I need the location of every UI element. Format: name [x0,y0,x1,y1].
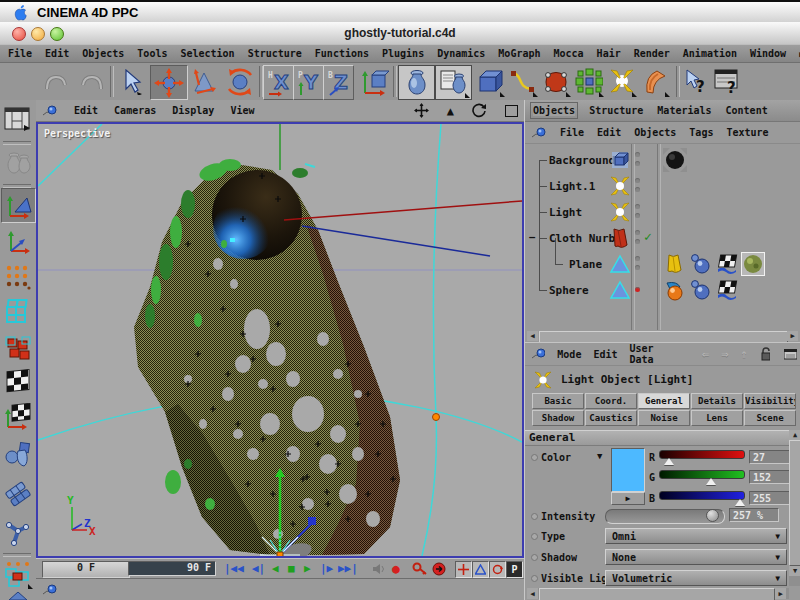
am-menu-edit[interactable]: Edit [593,349,617,360]
undo-button[interactable] [40,65,74,98]
object-axis-mode-button[interactable] [1,226,34,259]
pan-view-icon[interactable] [414,103,429,118]
ring-handle-point[interactable] [433,414,440,421]
color-expand-button[interactable]: ▶ [611,492,645,505]
rotate-tool-button[interactable] [222,65,258,98]
next-frame-button[interactable]: |▶ [320,560,333,577]
points-mode-button[interactable] [1,260,34,293]
menu-edit[interactable]: Edit [45,48,69,59]
enable-dot[interactable] [635,239,640,244]
attribute-pin-icon[interactable] [531,348,545,360]
record-position-button[interactable] [455,561,472,578]
channel-g-slider[interactable] [659,470,745,486]
anim-dot[interactable] [531,454,538,461]
zoom-view-icon[interactable]: ▲ [447,104,454,118]
enable-dot[interactable] [635,204,640,209]
move-tool-button[interactable] [150,65,188,100]
add-spline-button[interactable] [507,65,539,98]
menu-render[interactable]: Render [634,48,670,59]
window-titlebar[interactable]: ghostly-tutorial.c4d [0,22,800,45]
model-mode-button[interactable] [1,188,36,223]
make-editable-button[interactable] [1,145,34,178]
add-primitive-button[interactable] [474,65,506,98]
texture-tag-selected[interactable] [741,252,765,276]
om-menu-texture[interactable]: Texture [726,127,768,138]
channel-b-slider[interactable] [659,491,745,507]
polygon-object-icon[interactable] [609,253,631,275]
add-array-button[interactable] [573,65,605,98]
redo-button[interactable] [74,65,108,98]
scroll-right-button[interactable]: ▶ [775,588,786,599]
add-light-button[interactable] [606,65,638,98]
background-object-icon[interactable] [609,149,631,171]
tab-caustics[interactable]: Caustics [585,410,637,426]
toggle-view-icon[interactable] [505,105,518,117]
anim-dot[interactable] [531,533,538,540]
enable-dot[interactable] [635,152,640,157]
type-dropdown[interactable]: Omni▼ [605,528,787,544]
channel-r-slider[interactable] [659,450,745,466]
scroll-left-button[interactable]: ◀ [527,331,538,341]
panel-icon[interactable] [784,349,797,360]
om-menu-edit[interactable]: Edit [597,127,621,138]
rotate-view-icon[interactable] [472,103,487,118]
disabled-dot[interactable] [635,287,640,292]
enable-dot[interactable] [635,265,640,270]
object-row-cloth-nurbs[interactable]: − Cloth Nurbs ✓ [525,226,800,250]
tab-shadow[interactable]: Shadow [532,410,584,426]
channel-r-value[interactable]: 27 [749,450,793,464]
record-rotation-button[interactable] [489,561,506,578]
scroll-left-button[interactable]: ◀ [527,588,538,599]
play-forward-button[interactable]: ▶ [304,560,311,577]
phong-tag[interactable] [689,253,711,275]
layout-button[interactable] [1,103,34,136]
tab-coord[interactable]: Coord. [585,393,637,409]
viewport-menu-display[interactable]: Display [172,105,214,116]
object-name[interactable]: Plane [569,258,602,271]
autokey-icon[interactable] [432,562,447,576]
coordinate-system-button[interactable] [356,65,391,98]
menu-mocca[interactable]: Mocca [554,48,584,59]
anim-dot[interactable] [531,575,538,582]
history-forward-icon[interactable]: ⇒ [721,347,728,361]
viewport-menu-edit[interactable]: Edit [74,105,98,116]
go-to-end-button[interactable]: ▶▶| [338,560,358,577]
texture-tag[interactable] [663,148,687,172]
light-object-icon[interactable] [609,201,631,223]
render-view-button[interactable] [398,65,435,100]
tab-lens[interactable]: Lens [691,410,743,426]
om-menu-file[interactable]: File [560,127,584,138]
bones-tool-button[interactable] [1,517,34,550]
apple-menu-icon[interactable] [12,4,27,21]
compositing-tag[interactable] [715,253,739,275]
render-picture-viewer-button[interactable] [435,65,472,100]
channel-b-value[interactable]: 255 [749,491,793,505]
polygon-object-icon[interactable] [609,279,631,301]
viewport-canvas[interactable]: Y Z X Perspective [36,122,524,558]
menu-dynamics[interactable]: Dynamics [437,48,485,59]
enable-dot[interactable] [635,161,640,166]
cloth-tag[interactable] [663,253,685,275]
menu-plugins[interactable]: Plugins [382,48,424,59]
enable-dot[interactable] [635,256,640,261]
tab-materials[interactable]: Materials [657,105,711,116]
object-row-plane[interactable]: Plane [525,252,800,276]
enabled-check[interactable]: ✓ [644,229,652,244]
scroll-thumb[interactable] [539,588,775,600]
materials-pin-icon[interactable] [42,584,58,596]
tab-general[interactable]: General [638,393,690,409]
intensity-knob[interactable] [706,509,719,522]
scale-tool-button[interactable] [187,65,221,98]
color-collapse-icon[interactable]: ▼ [597,451,602,461]
tab-structure[interactable]: Structure [589,105,643,116]
attribute-vscroll[interactable]: ▲ ▼ [789,430,800,586]
play-backward-button[interactable]: ◀ [272,560,279,577]
texture-axis-mode-button[interactable] [1,400,34,433]
record-parameter-button[interactable]: P [506,561,523,578]
viewport-menu-cameras[interactable]: Cameras [114,105,156,116]
am-menu-mode[interactable]: Mode [557,349,581,360]
menu-structure[interactable]: Structure [248,48,302,59]
object-name[interactable]: Light.1 [549,180,595,193]
menu-objects[interactable]: Objects [82,48,124,59]
texture-mode-button[interactable] [1,364,34,397]
